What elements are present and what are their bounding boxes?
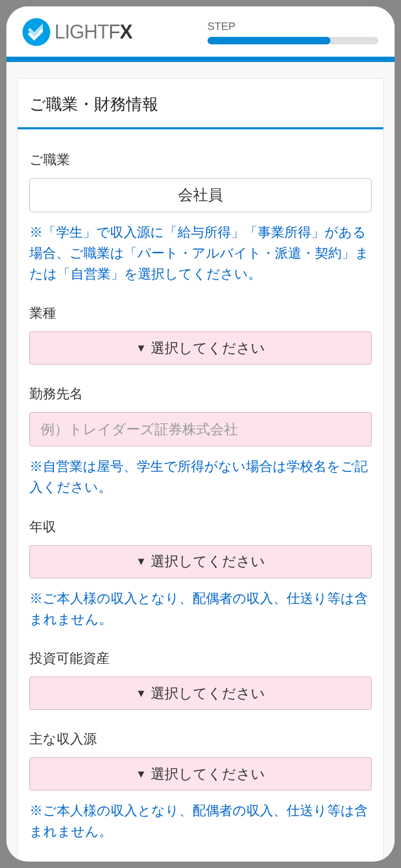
employer-field-group: 勤務先名 ※自営業は屋号、学生で所得がない場合は学校名をご記入ください。 [29, 385, 372, 498]
income-select[interactable]: ▼ 選択してください [29, 545, 372, 578]
income-label: 年収 [29, 518, 372, 536]
logo-text: LIGHTFX [55, 21, 132, 43]
occupation-label: ご職業 [29, 151, 372, 168]
investable-label: 投資可能資産 [29, 649, 372, 667]
investable-field-group: 投資可能資産 ▼ 選択してください [29, 649, 372, 710]
industry-select[interactable]: ▼ 選択してください [29, 331, 372, 365]
industry-placeholder: 選択してください [151, 339, 265, 358]
income-source-label: 主な収入源 [29, 730, 372, 748]
section-title: ご職業・財務情報 [18, 79, 383, 129]
logo: LIGHTFX [22, 18, 132, 46]
occupation-note: ※「学生」で収入源に「給与所得」「事業所得」がある場合、ご職業は「パート・アルバ… [29, 222, 372, 284]
progress-fill [207, 37, 330, 44]
progress-bar [207, 37, 379, 44]
employer-input[interactable] [29, 412, 372, 446]
industry-label: 業種 [29, 304, 372, 322]
income-source-select[interactable]: ▼ 選択してください [29, 757, 372, 790]
income-source-note: ※ご本人様の収入となり、配偶者の収入、仕送り等は含まれません。 [29, 800, 372, 842]
dropdown-icon: ▼ [136, 555, 146, 568]
occupation-select[interactable]: 会社員 [29, 178, 372, 212]
dropdown-icon: ▼ [136, 342, 146, 354]
income-placeholder: 選択してください [151, 552, 265, 571]
investable-select[interactable]: ▼ 選択してください [29, 677, 372, 710]
income-field-group: 年収 ▼ 選択してください ※ご本人様の収入となり、配偶者の収入、仕送り等は含ま… [29, 518, 372, 630]
dropdown-icon: ▼ [136, 768, 146, 780]
step-label: STEP [207, 20, 379, 33]
employer-note: ※自営業は屋号、学生で所得がない場合は学校名をご記入ください。 [29, 456, 372, 498]
employer-label: 勤務先名 [29, 385, 372, 402]
industry-field-group: 業種 ▼ 選択してください [29, 304, 372, 365]
occupation-value: 会社員 [178, 185, 223, 205]
logo-icon [22, 18, 50, 46]
income-source-field-group: 主な収入源 ▼ 選択してください ※ご本人様の収入となり、配偶者の収入、仕送り等… [29, 730, 372, 842]
dropdown-icon: ▼ [136, 687, 146, 700]
header-divider [6, 57, 395, 62]
form-content: ご職業・財務情報 ご職業 会社員 ※「学生」で収入源に「給与所得」「事業所得」が… [6, 62, 395, 859]
income-source-placeholder: 選択してください [151, 765, 265, 784]
investable-placeholder: 選択してください [151, 684, 265, 703]
income-note: ※ご本人様の収入となり、配偶者の収入、仕送り等は含まれません。 [29, 588, 372, 630]
occupation-financial-card: ご職業・財務情報 ご職業 会社員 ※「学生」で収入源に「給与所得」「事業所得」が… [17, 78, 384, 859]
occupation-field-group: ご職業 会社員 ※「学生」で収入源に「給与所得」「事業所得」がある場合、ご職業は… [29, 151, 372, 284]
step-progress: STEP [207, 20, 379, 44]
app-header: LIGHTFX STEP [6, 6, 395, 52]
